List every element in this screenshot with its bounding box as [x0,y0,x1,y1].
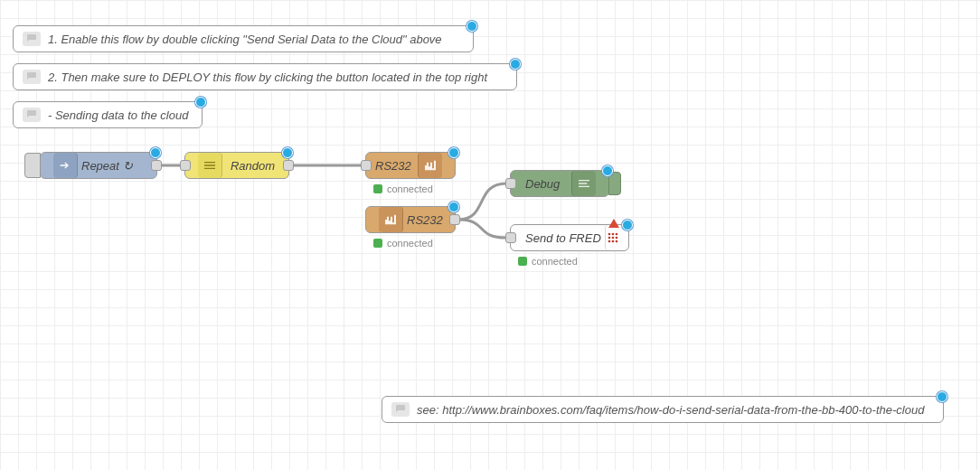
svg-point-5 [615,237,617,240]
serial-out-node[interactable]: RS232 connected [365,152,456,179]
node-changed-indicator [466,21,477,32]
output-port[interactable] [449,214,460,225]
node-changed-indicator [150,147,161,158]
comment-text: - Sending data to the cloud [48,108,193,122]
node-label: Send to FRED [520,231,601,245]
comment-icon [23,108,41,122]
node-changed-indicator [448,202,459,212]
comment-node-link[interactable]: see: http://www.brainboxes.com/faq/items… [382,396,944,423]
comment-icon [391,402,410,417]
node-label: Debug [520,177,568,191]
status-dot-icon [373,239,382,248]
svg-point-8 [615,240,617,243]
node-changed-indicator [282,147,293,158]
svg-point-0 [608,233,610,236]
input-port[interactable] [505,178,516,189]
output-port[interactable] [151,160,162,171]
output-port[interactable] [283,160,294,171]
node-status: connected [373,183,433,194]
function-icon [198,153,222,178]
comment-text: see: http://www.brainboxes.com/faq/items… [417,403,934,417]
comment-icon [23,70,41,84]
comment-icon [23,32,41,46]
input-port[interactable] [180,160,191,171]
comment-node-3[interactable]: - Sending data to the cloud [13,101,203,128]
input-port[interactable] [361,160,372,171]
node-status: connected [518,256,578,267]
node-error-indicator [608,219,619,228]
node-label: RS232 [375,159,414,173]
node-changed-indicator [937,391,947,402]
node-status: connected [373,238,433,249]
svg-point-1 [611,233,614,236]
node-label: Random [226,159,279,173]
svg-point-3 [608,237,610,240]
fred-node[interactable]: Send to FRED connected [510,224,629,251]
inject-button[interactable] [24,153,41,178]
input-port[interactable] [505,232,516,243]
flow-canvas[interactable]: 1. Enable this flow by double clicking "… [0,0,980,470]
status-dot-icon [373,184,382,193]
comment-node-1[interactable]: 1. Enable this flow by double clicking "… [13,25,474,52]
svg-point-7 [611,240,614,243]
function-node-random[interactable]: Random [184,152,289,179]
node-changed-indicator [448,147,459,158]
inject-node-repeat[interactable]: Repeat ↻ [40,152,157,179]
svg-point-4 [611,237,614,240]
serial-icon [418,153,442,178]
comment-text: 2. Then make sure to DEPLOY this flow by… [48,70,507,84]
debug-icon [571,171,596,196]
comment-text: 1. Enable this flow by double clicking "… [48,33,464,46]
fred-icon [605,225,620,250]
node-changed-indicator [602,165,613,176]
arrow-right-icon [53,153,78,178]
status-text: connected [532,256,578,267]
node-label: Repeat ↻ [81,159,147,173]
status-text: connected [387,183,433,194]
svg-point-2 [615,233,617,236]
node-label: RS232 [407,213,446,227]
comment-node-2[interactable]: 2. Then make sure to DEPLOY this flow by… [13,63,517,90]
status-dot-icon [518,257,527,266]
debug-node[interactable]: Debug [510,170,609,197]
node-changed-indicator [510,59,521,70]
svg-point-6 [608,240,610,243]
node-changed-indicator [195,97,206,108]
status-text: connected [387,238,433,249]
serial-icon [379,207,403,232]
node-changed-indicator [622,220,633,230]
serial-in-node[interactable]: RS232 connected [365,206,456,233]
